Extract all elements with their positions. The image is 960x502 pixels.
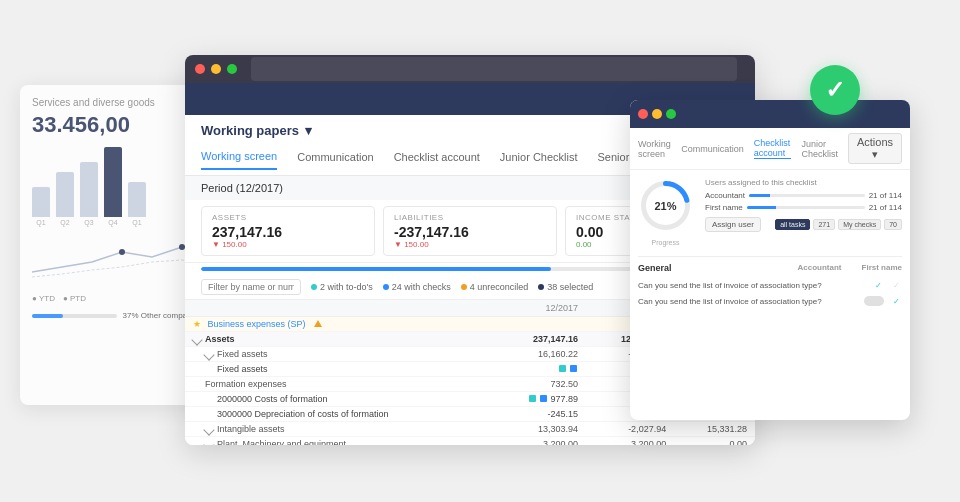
- browser-titlebar: [185, 55, 755, 83]
- dot-red[interactable]: [195, 64, 205, 74]
- general-title-text: General: [638, 263, 672, 275]
- row-fixed-val1: 16,160.22: [490, 347, 586, 362]
- check-mark-2b: ✓: [890, 295, 902, 307]
- address-bar[interactable]: [251, 57, 737, 81]
- progress-track: [32, 314, 117, 318]
- row-val-1: [490, 317, 586, 332]
- badge-unreconciled: 4 unreconciled: [461, 282, 529, 292]
- stat-label-assets: ASSETS: [212, 213, 364, 222]
- general-row-1-text: Can you send the list of invoice of asso…: [638, 281, 866, 290]
- badge-checks: 24 with checks: [383, 282, 451, 292]
- bar-5: [128, 182, 146, 217]
- cl-tab-working[interactable]: Working screen: [638, 139, 671, 159]
- dot-yellow[interactable]: [211, 64, 221, 74]
- star-icon: ★: [193, 319, 201, 329]
- cl-actions-button[interactable]: Actions ▾: [848, 133, 902, 164]
- row-assets-val1: 237,147.16: [490, 332, 586, 347]
- badge-todos: 2 with to-do's: [311, 282, 373, 292]
- general-title: General Accountant First name: [638, 263, 902, 275]
- col-header-1: 12/2017: [490, 300, 586, 317]
- user-fill-firstname: [747, 206, 776, 209]
- cl-tab-junior[interactable]: Junior Checklist: [801, 139, 838, 159]
- user-fill-accountant: [749, 194, 770, 197]
- row-label-assets: Assets: [185, 332, 490, 347]
- cl-actions-label: Actions ▾: [857, 136, 893, 161]
- filter-count-70[interactable]: 70: [884, 219, 902, 230]
- bar-4-active: [104, 147, 122, 217]
- progress-section: 21% Progress Users assigned to this chec…: [638, 178, 902, 246]
- badge-selected: 38 selected: [538, 282, 593, 292]
- table-row[interactable]: Intangible assets 13,303.94 -2,027.94 15…: [185, 422, 755, 437]
- bar-group-5: Q1: [128, 182, 146, 226]
- bar-group-4: Q4: [104, 147, 122, 226]
- stat-card-assets: ASSETS 237,147.16 ▼ 150.00: [201, 206, 375, 256]
- row-formation-val1: 732.50: [490, 377, 586, 392]
- toggle-2a[interactable]: [864, 296, 884, 306]
- chevron-icon-4: [203, 439, 214, 445]
- bar-1: [32, 187, 50, 217]
- tab-junior-checklist[interactable]: Junior Checklist: [500, 151, 578, 169]
- row-3m-val1: -245.15: [490, 407, 586, 422]
- user-count-firstname: 21 of 114: [869, 203, 902, 212]
- row-label-2000000: 2000000 Costs of formation: [185, 392, 490, 407]
- title-chevron[interactable]: ▾: [305, 123, 312, 138]
- stat-value-assets: 237,147.16: [212, 224, 364, 240]
- tab-communication[interactable]: Communication: [297, 151, 373, 169]
- badge-dot-checks: [383, 284, 389, 290]
- assign-user-button[interactable]: Assign user: [705, 217, 761, 232]
- bar-label-1: Q1: [36, 219, 45, 226]
- progress-fill: [32, 314, 63, 318]
- tab-checklist-account[interactable]: Checklist account: [394, 151, 480, 169]
- user-row-accountant: Accountant 21 of 114: [705, 191, 902, 200]
- cl-dot-yellow[interactable]: [652, 109, 662, 119]
- bar-3: [80, 162, 98, 217]
- bar-label-4: Q4: [108, 219, 117, 226]
- badge-dot-todos: [311, 284, 317, 290]
- legend-ptd: ● PTD: [63, 294, 86, 303]
- user-row-firstname: First name 21 of 114: [705, 203, 902, 212]
- row-label-fixed-assets: Fixed assets: [185, 347, 490, 362]
- cl-dot-green[interactable]: [666, 109, 676, 119]
- progress-circle: 21%: [638, 178, 693, 233]
- check-mark-1a: ✓: [872, 279, 884, 291]
- badge-selected-text: 38 selected: [547, 282, 593, 292]
- bar-label-3: Q3: [84, 219, 93, 226]
- filter-all-tasks[interactable]: all tasks: [775, 219, 810, 230]
- users-section: Users assigned to this checklist Account…: [705, 178, 902, 246]
- cl-tab-checklist[interactable]: Checklist account: [754, 138, 792, 159]
- stat-label-liabilities: LIABILITIES: [394, 213, 546, 222]
- checklist-panel: Working screen Communication Checklist a…: [630, 100, 910, 420]
- row-label-formation: Formation expenses: [185, 377, 490, 392]
- general-row-2: Can you send the list of invoice of asso…: [638, 295, 902, 307]
- col-header-accountant: Accountant: [798, 263, 842, 272]
- row-item-val1: [490, 362, 586, 377]
- main-progress-fill: [201, 267, 551, 271]
- dot-green-traffic[interactable]: [227, 64, 237, 74]
- filter-buttons: all tasks 271 My checks 70: [775, 219, 902, 230]
- row-intangible-val3: 15,331.28: [674, 422, 755, 437]
- indicator-green: [559, 365, 566, 372]
- cl-tab-comm[interactable]: Communication: [681, 144, 744, 154]
- cl-dot-red[interactable]: [638, 109, 648, 119]
- chevron-icon-3: [203, 424, 214, 435]
- stat-sub-assets: ▼ 150.00: [212, 240, 364, 249]
- row-plant-val1: 3,200.00: [490, 437, 586, 446]
- filter-input[interactable]: [201, 279, 301, 295]
- checklist-body: 21% Progress Users assigned to this chec…: [630, 170, 910, 319]
- stat-sub-liabilities: ▼ 150.00: [394, 240, 546, 249]
- users-title: Users assigned to this checklist: [705, 178, 902, 187]
- row-label-3000000: 3000000 Depreciation of costs of formati…: [185, 407, 490, 422]
- bar-label-2: Q2: [60, 219, 69, 226]
- svg-point-0: [119, 249, 125, 255]
- user-role-accountant: Accountant: [705, 191, 745, 200]
- tab-working-screen[interactable]: Working screen: [201, 150, 277, 170]
- row-label-intangible: Intangible assets: [185, 422, 490, 437]
- table-row[interactable]: Plant, Machinery and equipment 3,200.00 …: [185, 437, 755, 446]
- filter-my-checks[interactable]: My checks: [838, 219, 881, 230]
- stat-card-liabilities: LIABILITIES -237,147.16 ▼ 150.00: [383, 206, 557, 256]
- row-label-fixed-item: Fixed assets: [185, 362, 490, 377]
- bar-group-3: Q3: [80, 162, 98, 226]
- ind-green-2: [529, 395, 536, 402]
- filter-count-271[interactable]: 271: [813, 219, 835, 230]
- bar-2: [56, 172, 74, 217]
